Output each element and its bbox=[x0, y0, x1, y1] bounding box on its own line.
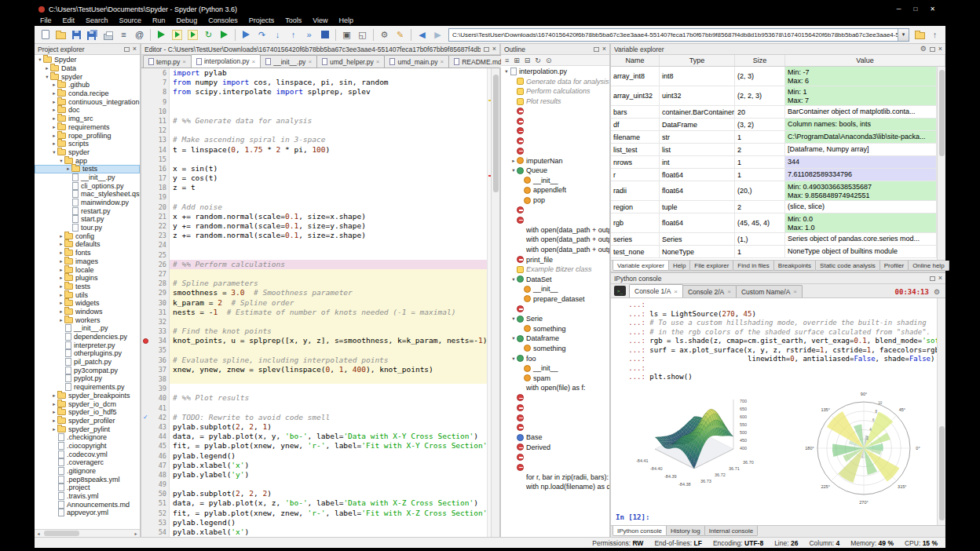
tree-item[interactable]: ▾spyder bbox=[35, 72, 140, 81]
tree-item[interactable]: ▸locale bbox=[35, 265, 140, 274]
editor-tab-umd-main-py[interactable]: umd_main.py× bbox=[384, 55, 449, 68]
expand-arrow-icon[interactable]: ▸ bbox=[58, 300, 64, 306]
options-gear-icon[interactable]: ⚙ bbox=[920, 46, 927, 53]
options-gear-icon[interactable]: ⚙ bbox=[934, 289, 940, 296]
tree-item[interactable]: ▸spyder_breakpoints bbox=[35, 392, 140, 400]
tree-item[interactable]: pyplot.py bbox=[35, 374, 140, 383]
code-line[interactable]: 9 bbox=[141, 97, 487, 107]
close-tab-icon[interactable]: × bbox=[308, 58, 312, 65]
code-line[interactable]: 44data, = pylab.plot(x, y, 'bo-', label=… bbox=[141, 432, 487, 441]
menu-tools[interactable]: Tools bbox=[280, 15, 307, 26]
expand-arrow-icon[interactable]: ▸ bbox=[58, 292, 64, 298]
expand-arrow-icon[interactable]: ▸ bbox=[510, 158, 517, 164]
print-button[interactable] bbox=[101, 27, 115, 42]
outline-item[interactable]: ▾DataSet bbox=[501, 274, 609, 284]
code-line[interactable]: 48pylab.ylabel('y') bbox=[141, 470, 487, 480]
tree-item[interactable]: appveyor.yml bbox=[35, 509, 140, 517]
outline-item[interactable]: Generate data for analysis bbox=[501, 77, 609, 87]
tree-item[interactable]: start.py bbox=[35, 215, 140, 224]
expand-arrow-icon[interactable]: ▸ bbox=[44, 65, 50, 71]
variable-row[interactable]: radiifloat64(20,)Min: 0.4903036638535687… bbox=[611, 181, 937, 201]
restore-view-icon[interactable]: ↻ bbox=[535, 57, 541, 64]
code-line[interactable]: 14t = linspace(0, 1.75 * 2 * pi, 100) bbox=[141, 145, 487, 155]
expand-arrow-icon[interactable]: ▸ bbox=[58, 308, 64, 315]
outline-item[interactable]: with open(data_path + output_file_n... bbox=[501, 225, 609, 235]
code-line[interactable]: 37xnew, ynew, znew = splev(linspace(0, 1… bbox=[141, 365, 487, 374]
back-button[interactable]: ◀ bbox=[415, 27, 430, 42]
column-header-value[interactable]: Value bbox=[785, 55, 945, 66]
undock-icon[interactable] bbox=[930, 276, 935, 281]
code-line[interactable]: ✓42# TODO: Rewrite to avoid code smell bbox=[141, 413, 487, 422]
close-button[interactable]: ✕ bbox=[930, 5, 935, 13]
expand-arrow-icon[interactable]: ▸ bbox=[51, 426, 57, 432]
outline-item[interactable]: ▾foo bbox=[501, 353, 609, 363]
outline-item[interactable]: ▾Serie bbox=[501, 314, 609, 324]
scroll-right-icon[interactable]: ▸ bbox=[132, 531, 140, 536]
undock-icon[interactable] bbox=[124, 47, 130, 52]
outline-item[interactable]: something bbox=[501, 323, 609, 334]
variable-row[interactable]: rfloat6417.611082589334796 bbox=[611, 169, 937, 181]
tab-help[interactable]: Help bbox=[668, 261, 690, 271]
go-to-cursor-icon[interactable]: ⊙ bbox=[546, 57, 552, 64]
code-line[interactable]: 21x += random.normal(scale=0.1, size=x.s… bbox=[141, 212, 487, 221]
outline-item[interactable]: with open(data_path + output_file_n... bbox=[501, 235, 609, 245]
rerun-cell-button[interactable]: ↻ bbox=[201, 27, 216, 42]
variable-row[interactable]: regiontuple2(slice, slice) bbox=[611, 201, 937, 213]
editor-tab-interpolation-py[interactable]: interpolation.py× bbox=[191, 54, 261, 68]
console-body[interactable]: ...: ...: ls = LightSource(270, 45) ...:… bbox=[611, 298, 945, 525]
outline-item[interactable] bbox=[501, 462, 609, 473]
tree-item[interactable]: ▸.github bbox=[35, 81, 140, 89]
breakpoint-icon[interactable] bbox=[143, 338, 148, 344]
code-line[interactable]: 31nests = -1 # Estimate of number of kno… bbox=[141, 308, 487, 317]
code-line[interactable]: 33# Find the knot points bbox=[141, 327, 487, 336]
go-up-button[interactable]: ↑ bbox=[927, 27, 942, 42]
code-line[interactable]: 17y = cos(t) bbox=[141, 173, 487, 183]
variable-explorer-scrollbar[interactable] bbox=[937, 67, 945, 260]
forward-button[interactable]: ▶ bbox=[430, 27, 445, 42]
code-line[interactable]: 22y += random.normal(scale=0.1, size=y.s… bbox=[141, 221, 487, 231]
tree-item[interactable]: ▸scripts bbox=[35, 140, 140, 148]
tree-item[interactable]: py3compat.py bbox=[35, 366, 140, 374]
outline-item[interactable]: something bbox=[501, 344, 609, 354]
expand-arrow-icon[interactable]: ▸ bbox=[51, 124, 57, 130]
outline-item[interactable]: ▾Dataframe bbox=[501, 334, 609, 344]
tree-item[interactable]: .codecov.yml bbox=[35, 450, 140, 458]
tree-item[interactable]: ▸fonts bbox=[35, 249, 140, 257]
outline-item[interactable]: with open(file) as f: bbox=[501, 383, 609, 393]
tab-internal-console[interactable]: Internal console bbox=[704, 526, 758, 536]
code-line[interactable]: 47pylab.xlabel('x') bbox=[141, 461, 487, 470]
undock-icon[interactable] bbox=[594, 47, 599, 52]
tree-item[interactable]: ▸config bbox=[35, 232, 140, 240]
close-tab-icon[interactable]: × bbox=[376, 58, 380, 65]
menu-run[interactable]: Run bbox=[147, 15, 171, 26]
tree-item[interactable]: Announcements.md bbox=[35, 500, 140, 509]
close-tab-icon[interactable]: × bbox=[182, 58, 186, 65]
close-tab-icon[interactable]: × bbox=[674, 288, 678, 295]
code-line[interactable]: 20# Add noise bbox=[141, 203, 487, 212]
code-line[interactable]: 39 bbox=[141, 384, 487, 393]
run-cell-advance-button[interactable] bbox=[185, 27, 200, 42]
outline-item[interactable] bbox=[501, 403, 609, 413]
tree-item[interactable]: ▸spyder_io_dcm bbox=[35, 400, 140, 408]
code-line[interactable]: 46pylab.legend() bbox=[141, 451, 487, 461]
expand-arrow-icon[interactable]: ▾ bbox=[503, 68, 510, 75]
expand-all-icon[interactable]: ⊞ bbox=[514, 57, 520, 64]
outline-item[interactable] bbox=[501, 116, 609, 126]
outline-item[interactable]: pop bbox=[501, 195, 609, 206]
tree-item[interactable]: mainwindow.py bbox=[35, 199, 140, 207]
new-file-button[interactable] bbox=[38, 27, 53, 42]
working-directory-combo[interactable]: C:\Users\TestUser\Downloads\16740156420f… bbox=[448, 28, 909, 42]
expand-arrow-icon[interactable]: ▸ bbox=[58, 258, 64, 265]
code-line[interactable]: 27 bbox=[141, 269, 487, 279]
tree-item[interactable]: ▸utils bbox=[35, 290, 140, 299]
outline-item[interactable] bbox=[501, 146, 609, 156]
close-tab-icon[interactable]: × bbox=[793, 288, 797, 295]
tree-item[interactable]: ▸tests bbox=[35, 165, 140, 173]
menu-edit[interactable]: Edit bbox=[57, 15, 81, 26]
step-over-button[interactable]: ↷ bbox=[254, 27, 269, 42]
code-line[interactable]: 52fit, = pylab.plot(xnew, znew, 'r-', la… bbox=[141, 509, 487, 518]
expand-arrow-icon[interactable]: ▾ bbox=[510, 335, 517, 341]
outline-item[interactable]: with np.load(filename) as dem: bbox=[501, 482, 609, 492]
tab-find-in-files[interactable]: Find in files bbox=[733, 261, 773, 271]
close-pane-icon[interactable]: × bbox=[938, 46, 942, 53]
